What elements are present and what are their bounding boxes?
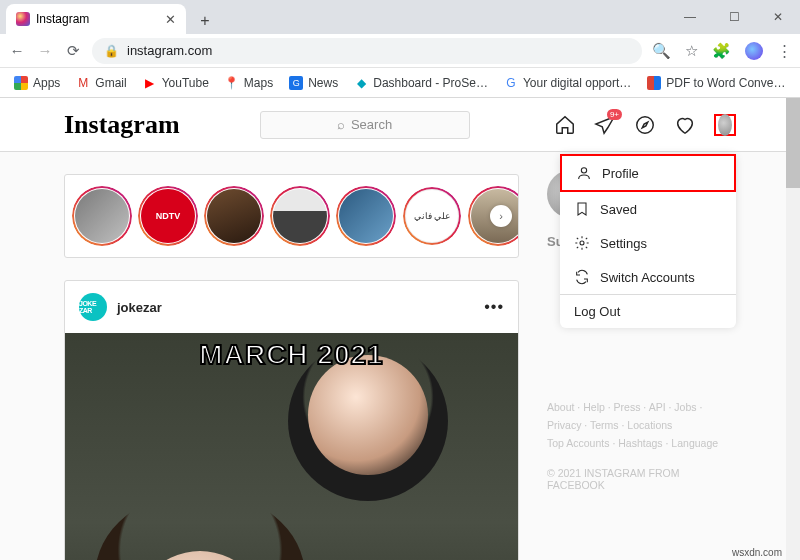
stories-tray: NDTV علي فاني › [64,174,519,258]
svg-point-1 [581,168,586,173]
window-close-button[interactable]: ✕ [756,0,800,34]
address-bar[interactable]: 🔒 instagram.com [92,38,642,64]
browser-toolbar: ← → ⟳ 🔒 instagram.com 🔍 ☆ 🧩 ⋮ [0,34,800,68]
explore-icon[interactable] [634,114,656,136]
post-more-icon[interactable]: ••• [484,298,504,316]
nav-reload-icon[interactable]: ⟳ [64,42,82,60]
footer-link[interactable]: Privacy [547,419,590,431]
search-placeholder: Search [351,117,392,132]
tab-close-icon[interactable]: ✕ [165,12,176,27]
home-icon[interactable] [554,114,576,136]
tab-favicon [16,12,30,26]
new-tab-button[interactable]: + [192,8,218,34]
browser-titlebar: Instagram ✕ + — ☐ ✕ [0,0,800,34]
story-item[interactable]: NDTV [141,189,195,243]
feed-post: JOKE ZAR jokezar ••• MARCH 2021 ME STILL… [64,280,519,560]
footer-link[interactable]: Hashtags [618,437,671,449]
story-item[interactable] [273,189,327,243]
search-icon: ⌕ [337,117,345,132]
avatar-icon [718,114,732,136]
svg-point-2 [580,241,584,245]
gear-icon [574,235,590,251]
bookmark-google[interactable]: GYour digital opport… [498,73,637,93]
bookmark-dashboard[interactable]: ◆Dashboard - ProSe… [348,73,494,93]
footer-link[interactable]: Press [614,401,649,413]
bookmark-youtube[interactable]: ▶YouTube [137,73,215,93]
meme-text-top: MARCH 2021 [65,339,518,371]
url-text: instagram.com [127,43,212,58]
browser-tab[interactable]: Instagram ✕ [6,4,186,34]
activity-icon[interactable] [674,114,696,136]
footer-link[interactable]: About [547,401,583,413]
menu-switch-accounts[interactable]: Switch Accounts [560,260,736,294]
nav-forward-icon[interactable]: → [36,42,54,59]
bookmark-icon [574,201,590,217]
google-icon: G [504,76,518,90]
page-viewport: Instagram ⌕ Search 9+ NDTV علي فاني › [0,98,800,560]
youtube-icon: ▶ [143,76,157,90]
maps-icon: 📍 [225,76,239,90]
footer-link[interactable]: Terms [590,419,627,431]
extension-area: 🔍 ☆ 🧩 ⋮ [652,42,792,60]
story-item[interactable]: علي فاني [405,189,459,243]
page-scrollbar[interactable] [786,98,800,560]
svg-point-0 [637,116,654,133]
news-icon: G [289,76,303,90]
bookmarks-bar: Apps MGmail ▶YouTube 📍Maps GNews ◆Dashbo… [0,68,800,98]
chrome-profile-avatar[interactable] [745,42,763,60]
nav-back-icon[interactable]: ← [8,42,26,59]
profile-avatar-button[interactable] [714,114,736,136]
footer-link[interactable]: Language [671,437,718,449]
footer-links: AboutHelpPressAPIJobsPrivacyTermsLocatio… [547,399,736,453]
ig-logo[interactable]: Instagram [64,110,180,140]
story-item[interactable] [207,189,261,243]
bookmark-maps[interactable]: 📍Maps [219,73,279,93]
apps-icon [14,76,28,90]
footer-link[interactable]: Help [583,401,613,413]
bookmark-pdf[interactable]: PDF to Word Conve… [641,73,791,93]
bookmark-star-icon[interactable]: ☆ [685,42,698,60]
feed-column: NDTV علي فاني › JOKE ZAR jokezar ••• [64,152,519,560]
scrollbar-thumb[interactable] [786,98,800,188]
chrome-menu-icon[interactable]: ⋮ [777,42,792,60]
footer-link[interactable]: Locations [627,419,672,431]
bookmark-news[interactable]: GNews [283,73,344,93]
gmail-icon: M [76,76,90,90]
ig-search-input[interactable]: ⌕ Search [260,111,470,139]
window-controls: — ☐ ✕ [668,0,800,34]
profile-icon [576,165,592,181]
post-avatar[interactable]: JOKE ZAR [79,293,107,321]
window-maximize-button[interactable]: ☐ [712,0,756,34]
ig-header: Instagram ⌕ Search 9+ [0,98,800,152]
messages-icon[interactable]: 9+ [594,114,616,136]
profile-dropdown: Profile Saved Settings Switch Accounts L… [560,154,736,328]
page-search-icon[interactable]: 🔍 [652,42,671,60]
switch-icon [574,269,590,285]
bookmark-apps[interactable]: Apps [8,73,66,93]
menu-logout[interactable]: Log Out [560,295,736,328]
footer-link[interactable]: Jobs [674,401,702,413]
pdf-icon [647,76,661,90]
footer-link[interactable]: Top Accounts [547,437,618,449]
menu-saved[interactable]: Saved [560,192,736,226]
story-item[interactable] [339,189,393,243]
post-username[interactable]: jokezar [117,300,162,315]
bookmark-gmail[interactable]: MGmail [70,73,132,93]
extensions-icon[interactable]: 🧩 [712,42,731,60]
copyright-text: © 2021 INSTAGRAM FROM FACEBOOK [547,467,736,491]
story-item[interactable] [75,189,129,243]
meme-figure [95,491,305,561]
dashboard-icon: ◆ [354,76,368,90]
watermark-text: wsxdn.com [732,547,782,558]
post-image[interactable]: MARCH 2021 ME STILL PROCESSING MARCH 202… [65,333,518,560]
tab-title: Instagram [36,12,159,26]
stories-next-icon[interactable]: › [490,205,512,227]
meme-figure [308,355,428,475]
window-minimize-button[interactable]: — [668,0,712,34]
messages-badge: 9+ [607,109,622,120]
menu-settings[interactable]: Settings [560,226,736,260]
footer-link[interactable]: API [649,401,675,413]
menu-profile[interactable]: Profile [560,154,736,192]
lock-icon: 🔒 [104,44,119,58]
ig-nav: 9+ [554,114,736,136]
